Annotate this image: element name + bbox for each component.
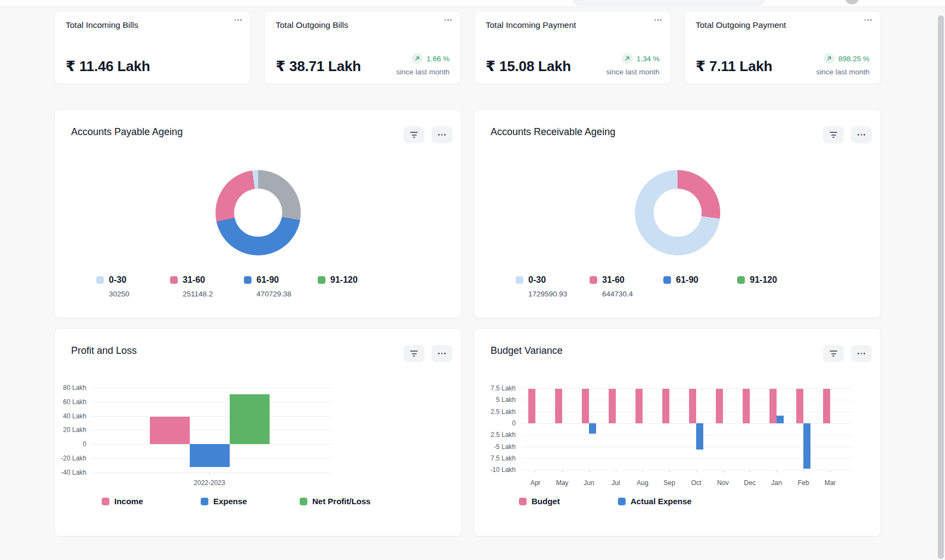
x-axis-label: Aug xyxy=(632,479,654,487)
legend-item: Actual Expense xyxy=(618,497,717,506)
y-axis-label: 40 Lakh xyxy=(55,412,86,420)
x-axis-tick xyxy=(723,470,724,472)
stat-value: ₹ 15.08 Lakh xyxy=(486,58,571,75)
gridline xyxy=(91,416,331,417)
x-axis-tick xyxy=(535,470,536,472)
legend-marker xyxy=(102,498,109,505)
legend-item: 91-120 xyxy=(737,275,811,298)
x-axis-label: Nov xyxy=(712,479,734,487)
x-axis-label: Dec xyxy=(739,479,761,487)
budget-bar xyxy=(716,389,723,423)
x-axis-label: May xyxy=(551,479,573,487)
y-axis-label: 5 Lakh xyxy=(474,396,516,404)
y-axis-label: 7.5 Lakh xyxy=(474,454,516,462)
expense-bar xyxy=(190,444,230,467)
legend-item: Budget xyxy=(519,497,618,506)
x-axis-label: Oct xyxy=(685,479,707,487)
y-axis-label: -10 Lakh xyxy=(474,466,516,474)
budget-bar xyxy=(555,389,562,423)
change-period: since last month xyxy=(396,68,450,76)
gridline xyxy=(91,430,331,430)
scrollbar-thumb[interactable] xyxy=(938,15,944,559)
y-axis-label: 2.5 Lakh xyxy=(474,408,516,416)
stat-card-total-incoming-payment: Total Incoming Payment ₹ 15.08 Lakh 1.34… xyxy=(474,11,671,84)
receivable-ageing-donut xyxy=(635,170,720,255)
x-axis-tick xyxy=(830,470,831,472)
actual-expense-bar xyxy=(589,423,596,434)
x-axis-label: Mar xyxy=(819,479,841,487)
chart-legend: Income Expense Net Profit/Loss xyxy=(102,497,399,506)
legend-value xyxy=(330,290,392,298)
card-title: Accounts Payable Ageing xyxy=(71,126,183,138)
ellipsis-icon xyxy=(438,134,446,136)
filter-button[interactable] xyxy=(823,126,844,143)
legend-item: 31-60 251148.2 xyxy=(170,275,244,298)
legend-item: 61-90 470729.38 xyxy=(244,275,318,298)
payable-ageing-donut xyxy=(215,170,301,255)
stat-card-total-outgoing-payment: Total Outgoing Payment ₹ 7.11 Lakh 898.2… xyxy=(684,11,881,84)
x-axis-label: Jul xyxy=(605,479,627,487)
legend-item: Income xyxy=(102,497,201,506)
ellipsis-menu-button[interactable] xyxy=(851,126,872,143)
ellipsis-menu-icon[interactable] xyxy=(445,19,452,21)
gridline xyxy=(91,402,331,402)
actual-expense-bar xyxy=(696,423,703,450)
x-axis-tick xyxy=(643,470,643,472)
legend-marker xyxy=(300,498,307,505)
stat-title: Total Incoming Bills xyxy=(66,20,138,30)
ellipsis-menu-icon[interactable] xyxy=(865,19,872,21)
x-axis-tick xyxy=(750,470,750,472)
dashboard-content: Total Incoming Bills ₹ 11.46 Lakh Total … xyxy=(54,7,881,536)
change-percent: 1.34 % xyxy=(637,55,660,63)
ellipsis-menu-button[interactable] xyxy=(431,126,452,143)
stat-card-total-incoming-bills: Total Incoming Bills ₹ 11.46 Lakh xyxy=(54,11,251,84)
ellipsis-menu-icon[interactable] xyxy=(235,19,242,21)
trend-up-icon xyxy=(622,53,633,64)
legend-marker xyxy=(663,276,671,284)
stat-value: ₹ 7.11 Lakh xyxy=(696,58,772,75)
legend-marker xyxy=(96,276,104,284)
actual-expense-bar xyxy=(777,416,784,423)
legend-marker xyxy=(170,276,178,284)
avatar[interactable] xyxy=(845,0,859,4)
legend-value xyxy=(676,290,737,298)
stat-title: Total Incoming Payment xyxy=(486,20,576,30)
ellipsis-menu-icon[interactable] xyxy=(655,19,662,21)
charts-row: Profit and Loss 80 Lakh60 Lakh40 Lakh20 … xyxy=(54,328,881,536)
ageing-row: Accounts Payable Ageing 0-30 30250 31-60… xyxy=(54,109,881,318)
x-axis-label: Sep xyxy=(658,479,680,487)
gridline xyxy=(522,470,852,470)
y-axis-label: 0 xyxy=(474,419,516,427)
budget-bar xyxy=(528,389,535,423)
income-bar xyxy=(150,417,190,444)
budget-bar xyxy=(769,389,777,423)
gridline xyxy=(522,435,852,435)
legend-marker xyxy=(618,498,626,505)
change-percent: 898.25 % xyxy=(838,55,870,63)
x-axis-tick xyxy=(616,470,616,472)
legend-value: 251148.2 xyxy=(183,290,244,298)
legend-item: 91-120 xyxy=(318,275,392,298)
accounts-payable-ageing-card: Accounts Payable Ageing 0-30 30250 31-60… xyxy=(54,109,462,318)
budget-bar xyxy=(823,389,830,423)
chart-legend: Budget Actual Expense xyxy=(519,497,717,506)
budget-bar xyxy=(796,389,803,423)
change-period: since last month xyxy=(606,68,660,76)
filter-button[interactable] xyxy=(404,126,424,143)
accounts-receivable-ageing-card: Accounts Receivable Ageing 0-30 1729590.… xyxy=(474,109,881,318)
budget-bar xyxy=(743,389,750,423)
x-axis-tick xyxy=(669,470,670,472)
budget-bar xyxy=(609,389,616,423)
search-input[interactable] xyxy=(573,0,765,5)
legend-item: 0-30 30250 xyxy=(96,275,170,298)
change-badge: 898.25 % since last month xyxy=(816,53,870,76)
x-axis-label: 2022-2023 xyxy=(177,479,242,487)
y-axis-label: 80 Lakh xyxy=(55,384,86,392)
x-axis-label: Feb xyxy=(792,479,814,487)
legend-marker xyxy=(519,498,527,505)
y-axis-label: -5 Lakh xyxy=(474,443,516,451)
y-axis-label: 60 Lakh xyxy=(55,398,86,406)
legend-value: 30250 xyxy=(109,290,170,298)
legend-marker xyxy=(201,498,208,505)
legend-marker xyxy=(516,276,523,284)
